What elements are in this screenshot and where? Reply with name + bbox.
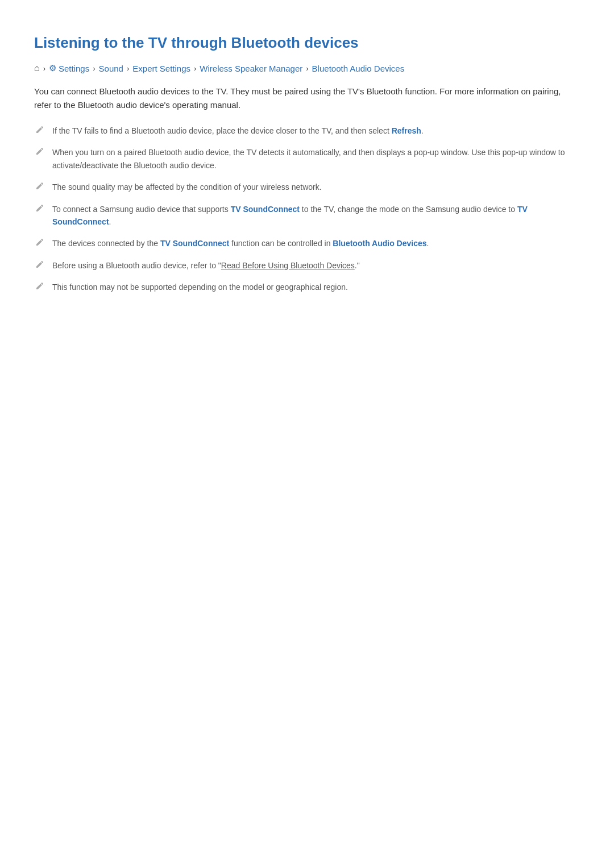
note-item: The devices connected by the TV SoundCon… <box>34 237 580 250</box>
note-pencil-icon-5 <box>34 238 45 249</box>
refresh-link[interactable]: Refresh <box>392 126 421 135</box>
note-item: This function may not be supported depen… <box>34 281 580 293</box>
note-pencil-icon-4 <box>34 203 45 215</box>
breadcrumb-gear-icon: ⚙ <box>49 63 56 73</box>
page-title: Listening to the TV through Bluetooth de… <box>34 34 580 52</box>
note-item: To connect a Samsung audio device that s… <box>34 203 580 229</box>
note-item: Before using a Bluetooth audio device, r… <box>34 259 580 272</box>
tv-soundconnect-link-3[interactable]: TV SoundConnect <box>160 239 229 248</box>
breadcrumb: ⌂ › ⚙ Settings › Sound › Expert Settings… <box>34 63 580 73</box>
note-pencil-icon-1 <box>34 125 45 136</box>
note-item: When you turn on a paired Bluetooth audi… <box>34 146 580 172</box>
bluetooth-audio-devices-link[interactable]: Bluetooth Audio Devices <box>333 239 426 248</box>
breadcrumb-sep-3: › <box>194 64 196 73</box>
note-item: If the TV fails to find a Bluetooth audi… <box>34 124 580 137</box>
note-text-5: The devices connected by the TV SoundCon… <box>52 237 429 250</box>
note-pencil-icon-6 <box>34 260 45 271</box>
breadcrumb-sep-4: › <box>306 64 308 73</box>
note-text-2: When you turn on a paired Bluetooth audi… <box>52 146 580 172</box>
breadcrumb-settings[interactable]: Settings <box>59 64 89 73</box>
note-text-1: If the TV fails to find a Bluetooth audi… <box>52 124 424 137</box>
breadcrumb-sep-1: › <box>93 64 95 73</box>
note-pencil-icon-7 <box>34 281 45 293</box>
breadcrumb-expert-settings[interactable]: Expert Settings <box>132 64 190 73</box>
notes-list: If the TV fails to find a Bluetooth audi… <box>34 124 580 294</box>
note-text-4: To connect a Samsung audio device that s… <box>52 203 580 229</box>
read-before-using-link[interactable]: Read Before Using Bluetooth Devices <box>221 261 355 270</box>
breadcrumb-wireless-speaker-manager[interactable]: Wireless Speaker Manager <box>200 64 302 73</box>
breadcrumb-home-icon[interactable]: ⌂ <box>34 63 40 73</box>
note-item: The sound quality may be affected by the… <box>34 181 580 193</box>
note-pencil-icon-2 <box>34 147 45 158</box>
breadcrumb-bluetooth-audio-devices[interactable]: Bluetooth Audio Devices <box>312 64 405 73</box>
note-pencil-icon-3 <box>34 181 45 193</box>
note-text-3: The sound quality may be affected by the… <box>52 181 322 193</box>
breadcrumb-sep-0: › <box>43 64 45 73</box>
breadcrumb-sep-2: › <box>127 64 129 73</box>
note-text-7: This function may not be supported depen… <box>52 281 348 293</box>
breadcrumb-sound[interactable]: Sound <box>99 64 123 73</box>
tv-soundconnect-link-1[interactable]: TV SoundConnect <box>231 205 300 214</box>
intro-text: You can connect Bluetooth audio devices … <box>34 85 580 112</box>
note-text-6: Before using a Bluetooth audio device, r… <box>52 259 360 272</box>
